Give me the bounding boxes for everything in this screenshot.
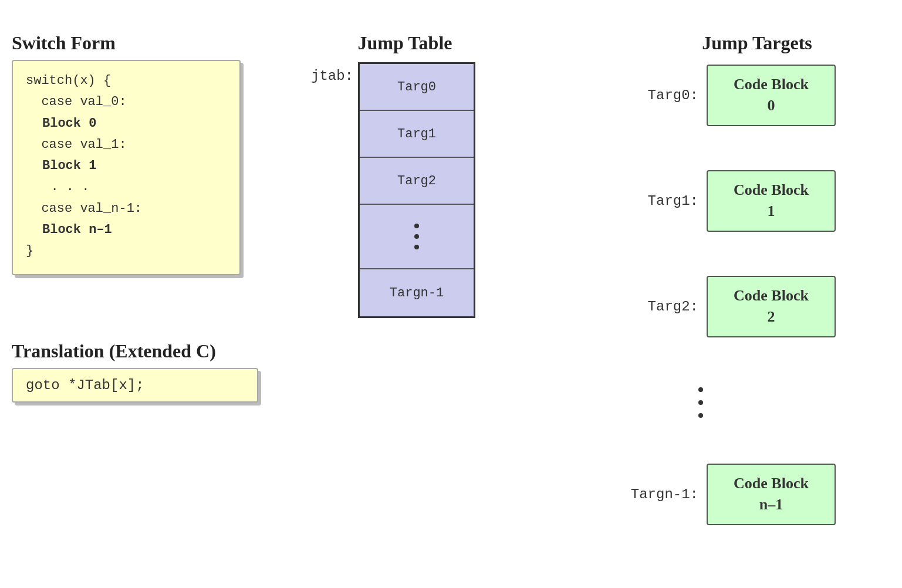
code-block-2: Code Block2 xyxy=(707,276,836,337)
target-row-n: Targn-1: Code Blockn–1 xyxy=(622,464,892,525)
targ-dot-2 xyxy=(698,400,703,405)
code-line-5: Block 1 xyxy=(26,156,227,177)
translation-panel: Translation (Extended C) goto *JTab[x]; xyxy=(12,340,258,403)
translation-code-text: goto *JTab[x]; xyxy=(26,377,144,393)
target-label-0: Targ0: xyxy=(622,87,698,103)
target-label-n: Targn-1: xyxy=(622,486,698,502)
dot-2 xyxy=(414,234,419,239)
jtab-label: jtab: xyxy=(311,68,353,84)
dot-1 xyxy=(414,224,419,228)
jump-targets-title: Jump Targets xyxy=(622,32,892,54)
code-block-n: Code Blockn–1 xyxy=(707,464,836,525)
target-row-2: Targ2: Code Block2 xyxy=(622,276,892,337)
code-line-4: case val_1: xyxy=(26,134,227,156)
jump-table-panel: Jump Table jtab: Targ0 Targ1 Targ2 xyxy=(311,32,499,318)
target-row-1: Targ1: Code Block1 xyxy=(622,170,892,232)
switch-form-panel: Switch Form switch(x) { case val_0: Bloc… xyxy=(12,32,241,275)
targ-dot-1 xyxy=(698,387,703,392)
jt-cell-targ2: Targ2 xyxy=(360,158,474,205)
page: Switch Form switch(x) { case val_0: Bloc… xyxy=(0,0,902,588)
code-line-8: Block n–1 xyxy=(26,219,227,241)
switch-form-code: switch(x) { case val_0: Block 0 case val… xyxy=(12,60,241,275)
code-line-6: . . . xyxy=(26,177,227,198)
jt-cell-targ0: Targ0 xyxy=(360,64,474,111)
switch-form-title: Switch Form xyxy=(12,32,241,54)
translation-title: Translation (Extended C) xyxy=(12,340,258,362)
translation-code: goto *JTab[x]; xyxy=(12,368,258,403)
dot-3 xyxy=(414,245,419,249)
targets-dots xyxy=(698,387,703,418)
jt-cell-targ1: Targ1 xyxy=(360,111,474,158)
targ-dot-3 xyxy=(698,413,703,418)
target-label-2: Targ2: xyxy=(622,299,698,315)
target-label-1: Targ1: xyxy=(622,193,698,209)
code-line-3: Block 0 xyxy=(26,113,227,134)
code-block-1: Code Block1 xyxy=(707,170,836,232)
code-line-7: case val_n-1: xyxy=(26,198,227,219)
jump-table-title: Jump Table xyxy=(311,32,499,54)
code-line-2: case val_0: xyxy=(26,92,227,113)
jump-table: Targ0 Targ1 Targ2 Targn-1 xyxy=(358,62,475,318)
target-row-0: Targ0: Code Block0 xyxy=(622,65,892,126)
jump-table-container: jtab: Targ0 Targ1 Targ2 Targn-1 xyxy=(311,62,499,318)
code-block-0: Code Block0 xyxy=(707,65,836,126)
code-line-9: } xyxy=(26,241,227,262)
code-line-1: switch(x) { xyxy=(26,70,227,92)
jt-cell-dots xyxy=(360,205,474,269)
jt-cell-targn: Targn-1 xyxy=(360,269,474,316)
